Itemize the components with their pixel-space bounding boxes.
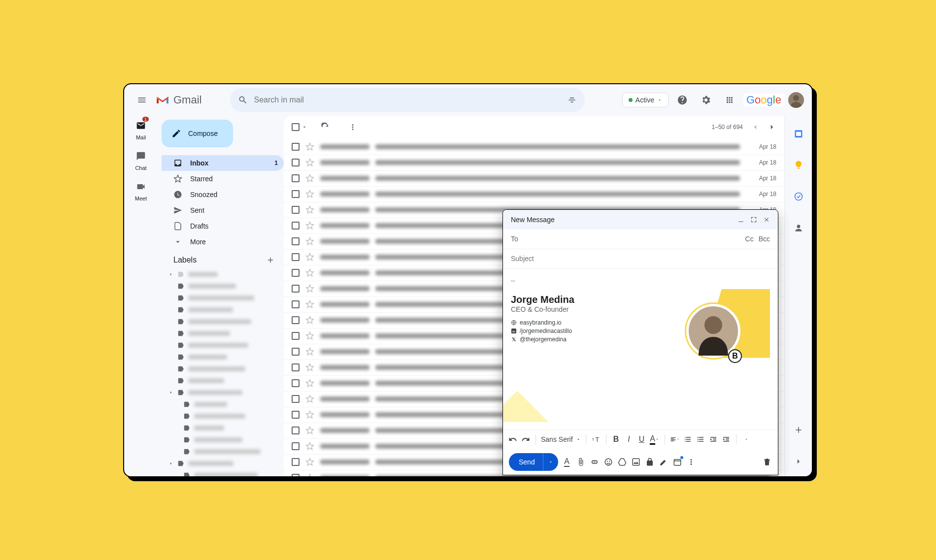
- text-color-icon[interactable]: A: [650, 434, 660, 444]
- label-item[interactable]: [162, 292, 284, 304]
- star-icon[interactable]: [305, 253, 314, 262]
- nav-more[interactable]: More: [162, 234, 284, 250]
- mail-row[interactable]: Apr 18: [284, 171, 784, 187]
- nav-drafts[interactable]: Drafts: [162, 218, 284, 234]
- signature-toggle-icon[interactable]: [659, 457, 669, 467]
- refresh-button[interactable]: [315, 117, 335, 137]
- compose-button[interactable]: Compose: [162, 120, 233, 147]
- indent-more-icon[interactable]: [721, 434, 731, 444]
- main-menu-button[interactable]: [132, 90, 152, 110]
- star-icon[interactable]: [305, 174, 314, 183]
- row-checkbox[interactable]: [292, 395, 300, 403]
- link-icon[interactable]: [590, 457, 600, 467]
- row-checkbox[interactable]: [292, 316, 300, 324]
- compose-header[interactable]: New Message: [503, 210, 778, 230]
- expand-icon[interactable]: [168, 390, 173, 395]
- label-item[interactable]: [162, 410, 284, 422]
- more-options-icon[interactable]: [686, 457, 696, 467]
- status-pill[interactable]: Active: [622, 93, 669, 107]
- font-selector[interactable]: Sans Serif: [541, 435, 581, 443]
- google-brand[interactable]: Google: [743, 94, 784, 106]
- star-icon[interactable]: [305, 379, 314, 388]
- row-checkbox[interactable]: [292, 143, 300, 151]
- nav-snoozed[interactable]: Snoozed: [162, 187, 284, 202]
- row-checkbox[interactable]: [292, 174, 300, 182]
- label-item[interactable]: [162, 422, 284, 434]
- indent-less-icon[interactable]: [708, 434, 718, 444]
- expand-icon[interactable]: [168, 461, 173, 466]
- gmail-logo[interactable]: Gmail: [156, 94, 201, 106]
- tasks-icon[interactable]: [789, 187, 808, 206]
- schedule-icon[interactable]: [672, 457, 682, 467]
- row-checkbox[interactable]: [292, 300, 300, 308]
- row-checkbox[interactable]: [292, 222, 300, 230]
- star-icon[interactable]: [305, 442, 314, 451]
- numbered-list-icon[interactable]: [683, 434, 693, 444]
- next-page-icon[interactable]: [768, 123, 776, 132]
- align-icon[interactable]: [670, 434, 680, 444]
- row-checkbox[interactable]: [292, 332, 300, 340]
- rail-meet[interactable]: Meet: [133, 179, 149, 201]
- star-icon[interactable]: [305, 237, 314, 246]
- send-button[interactable]: Send: [509, 453, 558, 471]
- row-checkbox[interactable]: [292, 237, 300, 245]
- row-checkbox[interactable]: [292, 348, 300, 356]
- fullscreen-icon[interactable]: [750, 216, 757, 223]
- label-item[interactable]: [162, 375, 284, 387]
- star-icon[interactable]: [305, 410, 314, 419]
- drive-icon[interactable]: [617, 457, 627, 467]
- star-icon[interactable]: [305, 458, 314, 466]
- formatting-toggle-icon[interactable]: A: [562, 457, 572, 467]
- star-icon[interactable]: [305, 300, 314, 309]
- row-checkbox[interactable]: [292, 442, 300, 450]
- star-icon[interactable]: [305, 347, 314, 356]
- row-checkbox[interactable]: [292, 159, 300, 166]
- select-all-checkbox[interactable]: [292, 123, 300, 131]
- expand-icon[interactable]: [168, 272, 173, 277]
- apps-button[interactable]: [720, 90, 739, 110]
- row-checkbox[interactable]: [292, 190, 300, 198]
- to-input[interactable]: [524, 235, 739, 243]
- label-item[interactable]: [162, 268, 284, 280]
- emoji-icon[interactable]: [603, 457, 613, 467]
- redo-icon[interactable]: [521, 434, 531, 444]
- star-icon[interactable]: [305, 363, 314, 372]
- select-dropdown-icon[interactable]: [301, 124, 307, 130]
- prev-page-icon[interactable]: [751, 123, 760, 132]
- star-icon[interactable]: [305, 284, 314, 293]
- bullet-list-icon[interactable]: [696, 434, 705, 444]
- row-checkbox[interactable]: [292, 411, 300, 419]
- label-item[interactable]: [162, 363, 284, 375]
- discard-icon[interactable]: [762, 457, 772, 467]
- font-size-icon[interactable]: TT: [591, 434, 601, 444]
- minimize-icon[interactable]: [737, 216, 744, 223]
- star-icon[interactable]: [305, 331, 314, 340]
- undo-icon[interactable]: [508, 434, 518, 444]
- mail-row[interactable]: Apr 18: [284, 187, 784, 202]
- compose-body[interactable]: -- Jorge Medina CEO & Co-founder easybra…: [503, 269, 778, 429]
- star-icon[interactable]: [305, 473, 314, 476]
- settings-button[interactable]: [696, 90, 716, 110]
- cc-button[interactable]: Cc: [745, 235, 754, 243]
- underline-icon[interactable]: U: [637, 434, 647, 444]
- label-item[interactable]: [162, 387, 284, 398]
- format-more-icon[interactable]: [741, 434, 751, 444]
- label-item[interactable]: [162, 328, 284, 339]
- search-bar[interactable]: [230, 88, 585, 112]
- label-item[interactable]: [162, 446, 284, 458]
- star-icon[interactable]: [305, 142, 314, 151]
- nav-starred[interactable]: Starred: [162, 171, 284, 187]
- rail-mail[interactable]: 1 Mail: [133, 118, 149, 140]
- bold-icon[interactable]: B: [611, 434, 621, 444]
- contacts-icon[interactable]: [789, 218, 808, 238]
- mail-row[interactable]: Apr 18: [284, 139, 784, 155]
- attach-icon[interactable]: [576, 457, 586, 467]
- collapse-panel-icon[interactable]: [789, 452, 808, 471]
- mail-row[interactable]: Apr 18: [284, 155, 784, 171]
- label-item[interactable]: [162, 351, 284, 363]
- row-checkbox[interactable]: [292, 427, 300, 434]
- rail-chat[interactable]: Chat: [133, 148, 149, 171]
- star-icon[interactable]: [305, 158, 314, 167]
- search-input[interactable]: [254, 96, 561, 104]
- label-item[interactable]: [162, 304, 284, 316]
